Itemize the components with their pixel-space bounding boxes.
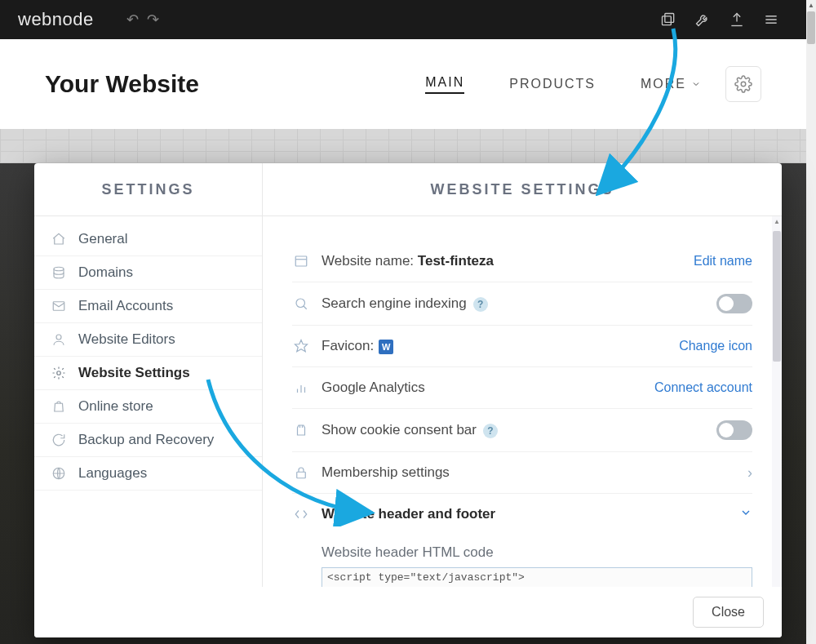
svg-marker-15 — [295, 340, 308, 352]
backup-icon — [51, 432, 67, 448]
row-cookie-bar: Show cookie consent bar? — [292, 409, 752, 452]
user-icon — [51, 331, 67, 348]
settings-sidebar: General Domains Email Accounts Website E… — [34, 216, 263, 587]
gear-icon — [51, 365, 67, 381]
svg-rect-1 — [663, 16, 672, 25]
home-icon — [51, 231, 67, 247]
svg-rect-0 — [665, 14, 674, 23]
sidebar-item-label: Website Editors — [78, 331, 175, 348]
window-icon — [292, 252, 310, 270]
star-icon — [292, 337, 310, 355]
header-code-label: Website header HTML code — [322, 544, 752, 561]
favicon-label: Favicon: — [322, 338, 374, 353]
hamburger-menu-icon[interactable] — [754, 0, 788, 39]
row-header-footer[interactable]: Website header and footer — [292, 494, 752, 535]
svg-rect-7 — [53, 302, 64, 311]
chevron-down-icon — [739, 506, 752, 523]
wrench-icon[interactable] — [685, 0, 720, 39]
close-button[interactable]: Close — [693, 597, 764, 628]
app-bar: webnode ↶ ↷ — [0, 0, 806, 39]
google-analytics-label: Google Analytics — [322, 380, 654, 396]
row-website-name: Website name: Test-finteza Edit name — [292, 241, 752, 282]
change-icon-link[interactable]: Change icon — [679, 339, 752, 353]
content-scrollbar[interactable]: ▲ — [772, 216, 782, 587]
sidebar-item-backup[interactable]: Backup and Recovery — [34, 424, 262, 457]
site-nav: MAIN PRODUCTS MORE — [425, 75, 701, 94]
svg-point-13 — [296, 299, 305, 308]
sidebar-title: SETTINGS — [34, 163, 263, 215]
header-footer-label: Website header and footer — [322, 506, 739, 522]
settings-content: Website name: Test-finteza Edit name Sea… — [263, 216, 782, 587]
chart-icon — [292, 379, 310, 397]
row-membership[interactable]: Membership settings › — [292, 452, 752, 494]
settings-modal: SETTINGS WEBSITE SETTINGS General Domain… — [34, 163, 782, 637]
svg-rect-19 — [297, 472, 306, 478]
redo-button[interactable]: ↷ — [147, 11, 159, 29]
sidebar-item-label: General — [78, 231, 127, 247]
pages-icon[interactable] — [651, 0, 685, 39]
svg-line-14 — [304, 306, 307, 309]
help-icon[interactable]: ? — [483, 424, 498, 438]
search-icon — [292, 295, 310, 313]
membership-label: Membership settings — [322, 464, 747, 481]
header-code-textarea[interactable] — [322, 567, 752, 587]
sidebar-item-label: Languages — [78, 465, 147, 482]
website-name-value: Test-finteza — [418, 253, 494, 269]
chevron-down-icon — [691, 79, 701, 89]
site-settings-gear-icon[interactable] — [725, 66, 761, 102]
sidebar-item-label: Domains — [78, 264, 133, 281]
website-name-label: Website name: — [322, 253, 414, 269]
nav-more[interactable]: MORE — [641, 77, 701, 91]
panel-title: WEBSITE SETTINGS — [263, 163, 782, 215]
connect-account-link[interactable]: Connect account — [654, 380, 752, 395]
site-header: Your Website MAIN PRODUCTS MORE — [0, 39, 806, 129]
sidebar-item-domains[interactable]: Domains — [34, 256, 262, 290]
hero-strip — [0, 129, 806, 163]
row-google-analytics: Google Analytics Connect account — [292, 367, 752, 409]
domain-icon — [51, 264, 67, 281]
sidebar-item-label: Online store — [78, 398, 153, 415]
favicon-preview: W — [379, 340, 393, 354]
cookie-bar-label: Show cookie consent bar — [322, 422, 477, 437]
sidebar-item-general[interactable]: General — [34, 223, 262, 256]
globe-icon — [51, 465, 67, 482]
modal-header: SETTINGS WEBSITE SETTINGS — [34, 163, 782, 216]
lock-icon — [292, 464, 310, 482]
cookie-bar-toggle[interactable] — [716, 420, 752, 440]
page-scrollbar[interactable]: ▲ — [806, 0, 816, 644]
nav-main[interactable]: MAIN — [425, 75, 464, 94]
sidebar-item-label: Backup and Recovery — [78, 432, 214, 448]
search-indexing-toggle[interactable] — [716, 294, 752, 313]
svg-rect-11 — [295, 256, 307, 266]
sidebar-item-website-settings[interactable]: Website Settings — [34, 357, 262, 390]
site-title: Your Website — [45, 70, 199, 98]
edit-name-link[interactable]: Edit name — [694, 254, 752, 269]
undo-redo-group: ↶ ↷ — [126, 11, 159, 29]
sidebar-item-label: Email Accounts — [78, 298, 173, 314]
mail-icon — [51, 298, 67, 314]
undo-button[interactable]: ↶ — [126, 11, 139, 29]
svg-point-8 — [56, 335, 61, 340]
cookie-icon — [292, 421, 310, 439]
row-search-indexing: Search engine indexing? — [292, 282, 752, 326]
svg-point-6 — [54, 267, 64, 271]
sidebar-item-email[interactable]: Email Accounts — [34, 290, 262, 323]
sidebar-item-languages[interactable]: Languages — [34, 457, 262, 491]
code-icon — [292, 505, 310, 523]
chevron-right-icon: › — [747, 464, 752, 482]
modal-footer: Close — [34, 587, 782, 637]
svg-point-9 — [57, 371, 61, 375]
sidebar-item-editors[interactable]: Website Editors — [34, 323, 262, 357]
app-logo: webnode — [18, 9, 94, 30]
bag-icon — [51, 398, 67, 415]
sidebar-item-label: Website Settings — [78, 365, 190, 381]
publish-icon[interactable] — [720, 0, 754, 39]
nav-products[interactable]: PRODUCTS — [509, 77, 596, 91]
help-icon[interactable]: ? — [473, 297, 488, 312]
sidebar-item-store[interactable]: Online store — [34, 390, 262, 424]
svg-point-5 — [741, 82, 746, 87]
search-indexing-label: Search engine indexing — [322, 295, 467, 311]
row-favicon: Favicon:W Change icon — [292, 326, 752, 367]
